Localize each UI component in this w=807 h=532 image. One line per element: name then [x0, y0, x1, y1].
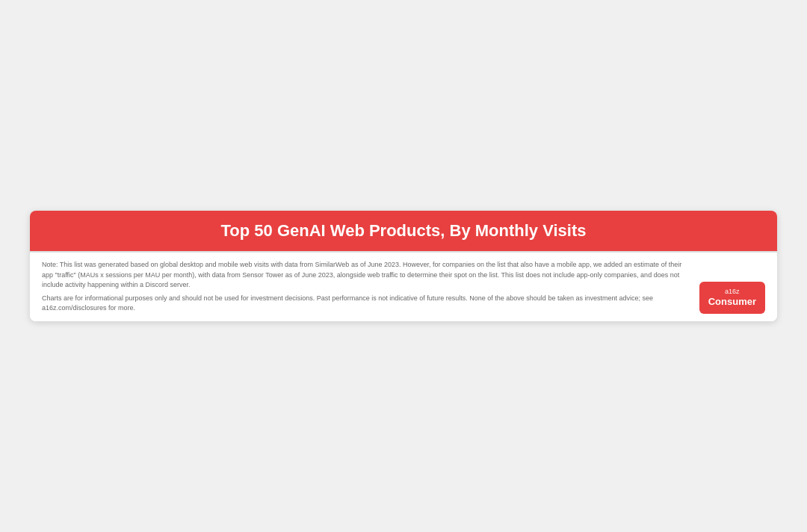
page-title: Top 50 GenAI Web Products, By Monthly Vi… [221, 221, 587, 240]
footer-text: Note: This list was generated based on g… [42, 260, 684, 314]
footer-brand: a16z Consumer [699, 282, 765, 313]
brand-box: a16z Consumer [699, 282, 765, 313]
footer: Note: This list was generated based on g… [30, 252, 777, 321]
main-card: Top 50 GenAI Web Products, By Monthly Vi… [30, 211, 777, 321]
page-header: Top 50 GenAI Web Products, By Monthly Vi… [30, 211, 777, 251]
